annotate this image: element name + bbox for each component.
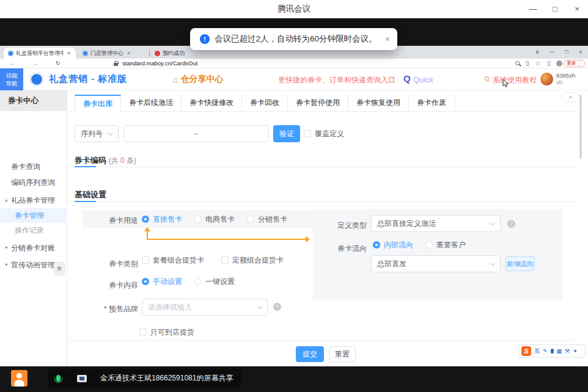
tab-search-chevron-icon[interactable]: ∨ xyxy=(532,46,543,59)
user-avatar[interactable] xyxy=(540,73,553,85)
ime-keyboard-icon[interactable]: ▦ xyxy=(557,348,562,354)
override-label[interactable]: 覆盖定义 xyxy=(315,129,344,139)
bookmark-star-icon[interactable]: ☆ xyxy=(534,59,542,68)
flow-select[interactable]: 总部直发 xyxy=(371,255,501,272)
presale-brand-select[interactable]: 请选择或输入 xyxy=(142,299,268,316)
forward-icon[interactable]: → xyxy=(31,59,39,68)
sidebar-item-operation-log[interactable]: 操作记录 xyxy=(0,223,67,238)
checkbox-icon[interactable] xyxy=(142,256,149,264)
usage-option-label[interactable]: 电商售卡 xyxy=(205,214,235,225)
usage-label: 券卡用途 xyxy=(77,216,138,226)
flow-option-internal[interactable]: 内部流向 xyxy=(373,240,413,250)
content-option-oneclick[interactable]: 一键设置 xyxy=(194,277,235,287)
minimize-icon[interactable]: — xyxy=(528,4,538,13)
add-flow-button[interactable]: 新增流向 xyxy=(505,256,535,271)
serial-type-select[interactable]: 序列号 xyxy=(75,125,119,142)
category-option-fixed[interactable]: 定额组合提货卡 xyxy=(221,255,284,266)
browser-tab-title: 预约成功 xyxy=(163,49,185,57)
tab-separator xyxy=(149,50,150,56)
sidebar-item-distribution-reconciliation[interactable]: ▼ 分销券卡对账 xyxy=(0,241,67,255)
store-only-checkbox[interactable] xyxy=(139,328,147,336)
radio-icon[interactable] xyxy=(194,216,202,223)
radio-icon[interactable] xyxy=(247,216,254,223)
tab-close-icon[interactable]: × xyxy=(67,50,70,56)
sidebar-item-card-query[interactable]: 券卡查询 xyxy=(0,159,67,174)
presale-help-icon[interactable]: ? xyxy=(273,303,281,311)
bulb-icon xyxy=(485,76,489,81)
share-icon[interactable]: ▯ xyxy=(524,59,531,68)
browser-close-icon[interactable]: × xyxy=(575,46,586,59)
radio-icon[interactable] xyxy=(425,241,433,249)
usage-option-label[interactable]: 直接售卡 xyxy=(153,214,182,225)
usage-option-label[interactable]: 分销售卡 xyxy=(258,214,287,225)
sidebar-collapse-handle[interactable]: ≣ xyxy=(54,262,65,275)
tabs-more-button[interactable]: » xyxy=(561,92,579,102)
quick-entry-link[interactable]: 更快捷的券卡、订单和快递查询入口 xyxy=(278,75,395,85)
store-only-label[interactable]: 只可到店提货 xyxy=(150,327,194,338)
checkbox-icon[interactable] xyxy=(221,256,229,264)
browser-maximize-icon[interactable]: □ xyxy=(561,46,572,59)
content-option-label[interactable]: 一键设置 xyxy=(205,277,235,287)
usage-option-distribution[interactable]: 分销售卡 xyxy=(247,214,287,225)
verify-button[interactable]: 验证 xyxy=(273,125,300,142)
zoom-icon[interactable] xyxy=(515,61,520,65)
tab-card-followup-activate[interactable]: 券卡后续激活 xyxy=(121,95,182,112)
side-panel-icon[interactable]: ▯ xyxy=(545,59,553,68)
define-type-select[interactable]: 总部直接定义激活 xyxy=(371,215,501,232)
override-checkbox[interactable] xyxy=(304,130,311,137)
ime-skin-icon[interactable]: ✦ xyxy=(573,348,578,354)
sogou-logo-icon[interactable]: S xyxy=(521,346,531,356)
quick-search-q[interactable]: Q xyxy=(403,73,411,84)
radio-checked-icon[interactable] xyxy=(142,216,149,223)
browser-minimize-icon[interactable]: — xyxy=(546,46,557,59)
quick-search-label[interactable]: Quick xyxy=(413,75,433,84)
define-help-icon[interactable]: ? xyxy=(507,220,515,228)
flow-option-label[interactable]: 内部流向 xyxy=(384,240,413,250)
flow-option-label[interactable]: 重要客户 xyxy=(436,240,466,250)
tab-card-recycle[interactable]: 券卡回收 xyxy=(242,95,288,112)
category-option-combo[interactable]: 套餐组合提货卡 xyxy=(142,255,204,266)
tab-card-suspend[interactable]: 券卡暂停使用 xyxy=(288,95,348,112)
radio-icon[interactable] xyxy=(194,278,202,285)
category-option-label[interactable]: 套餐组合提货卡 xyxy=(153,255,204,266)
serial-range-input[interactable]: – xyxy=(123,125,269,142)
radio-checked-icon[interactable] xyxy=(142,278,149,285)
tab-card-restore[interactable]: 券卡恢复使用 xyxy=(348,95,409,112)
content-option-manual[interactable]: 手动设置 xyxy=(142,277,182,287)
tab-card-void[interactable]: 券卡作废 xyxy=(409,95,455,112)
ime-language-icon[interactable]: 英 xyxy=(534,347,540,355)
ime-toolbox-icon[interactable]: ⚒ xyxy=(565,348,570,354)
browser-tab-1[interactable]: 礼盒营销平台管理中心 × xyxy=(4,48,76,59)
url-field[interactable]: standard.maboy.cn/CardsOut xyxy=(122,59,197,68)
meeting-titlebar: 腾讯会议 — □ × xyxy=(0,0,588,18)
browser-address-bar: ← → ↻ standard.maboy.cn/CardsOut ▯ ☆ ▯ 更… xyxy=(0,59,588,68)
refresh-icon[interactable]: ↻ xyxy=(54,59,62,68)
browser-update-button[interactable]: 更新 ⋮ xyxy=(564,60,585,67)
nav-toggle-button[interactable]: 功能 导航 xyxy=(0,68,23,90)
ime-pen-icon[interactable]: ✎ xyxy=(543,348,548,354)
tab-card-quick-edit[interactable]: 券卡快捷修改 xyxy=(182,95,242,112)
browser-profile-icon[interactable] xyxy=(556,60,562,67)
sidebar-item-code-sequence-query[interactable]: 编码序列查询 xyxy=(0,175,67,190)
content-option-label[interactable]: 手动设置 xyxy=(153,277,182,287)
ime-mic-icon[interactable] xyxy=(551,349,554,354)
sidebar-item-gift-card-management[interactable]: ▲ 礼品券卡管理 xyxy=(0,193,67,208)
tab-close-icon[interactable]: × xyxy=(127,50,130,56)
radio-checked-icon[interactable] xyxy=(373,241,380,249)
tutorial-link[interactable]: 系统使用教程 xyxy=(493,75,537,85)
tab-card-outbound[interactable]: 券卡出库 xyxy=(75,95,121,112)
maximize-icon[interactable]: □ xyxy=(550,4,560,13)
browser-tab-2[interactable]: 门店管理中心 × xyxy=(78,48,148,59)
close-icon[interactable]: × xyxy=(572,4,582,13)
sidebar-item-card-management[interactable]: 券卡管理 xyxy=(0,208,67,223)
share-center-link[interactable]: ⌂ 仓分享中心 xyxy=(173,74,223,85)
flow-option-vip[interactable]: 重要客户 xyxy=(425,240,466,250)
back-icon[interactable]: ← xyxy=(9,59,17,68)
reset-button[interactable]: 重置 xyxy=(329,346,356,362)
scrollbar-thumb[interactable] xyxy=(579,95,582,159)
category-option-label[interactable]: 定额组合提货卡 xyxy=(232,255,284,266)
usage-option-ecommerce[interactable]: 电商售卡 xyxy=(194,214,235,225)
usage-option-direct[interactable]: 直接售卡 xyxy=(142,214,182,225)
submit-button[interactable]: 提交 xyxy=(296,346,324,362)
notification-close-icon[interactable]: × xyxy=(385,34,390,44)
